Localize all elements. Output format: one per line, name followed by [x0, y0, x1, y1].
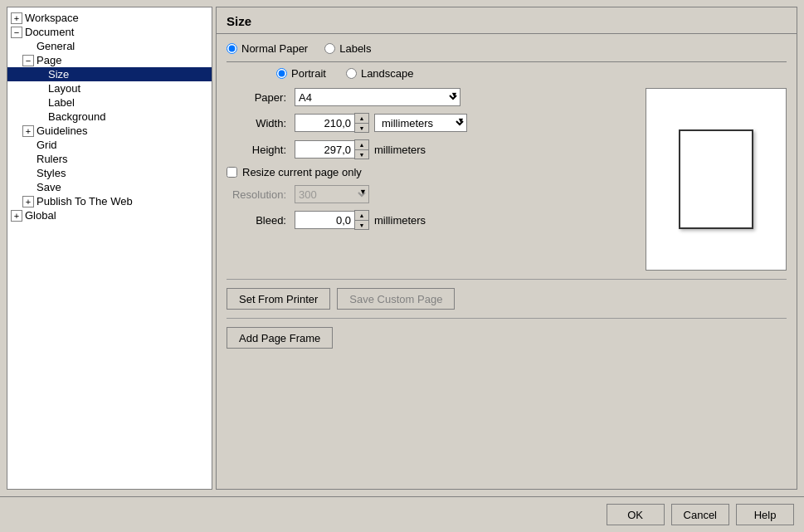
- height-spinner-group: ▲ ▼: [295, 139, 369, 159]
- tree-spacer-styles: [22, 168, 34, 179]
- tree-item-save[interactable]: Save: [7, 180, 212, 194]
- tree-expander-document[interactable]: −: [11, 27, 22, 38]
- main-form-area: Paper: A4 A3 A5 Letter Legal Custom: [227, 88, 787, 271]
- tree-expander-workspace[interactable]: +: [11, 12, 22, 24]
- bleed-unit-label: millimeters: [374, 214, 426, 227]
- height-label: Height:: [227, 144, 286, 156]
- tree-spacer-layout: [34, 83, 46, 95]
- tree-expander-page[interactable]: −: [22, 55, 34, 66]
- tree-expander-publish-to-web[interactable]: +: [22, 196, 34, 207]
- bleed-row: Bleed: ▲ ▼ millimeters: [227, 210, 636, 230]
- resolution-select-wrap: 300 72 96 150: [295, 185, 369, 203]
- tree-expander-global[interactable]: +: [11, 210, 22, 222]
- tree-item-layout[interactable]: Layout: [7, 81, 212, 95]
- add-page-frame-button[interactable]: Add Page Frame: [227, 327, 333, 349]
- resolution-label: Resolution:: [227, 188, 286, 201]
- ok-button[interactable]: OK: [607, 504, 665, 525]
- labels-label[interactable]: Labels: [324, 42, 371, 55]
- tree-label-background: Background: [48, 110, 105, 123]
- height-up-btn[interactable]: ▲: [355, 140, 368, 149]
- help-button[interactable]: Help: [736, 504, 794, 525]
- printer-buttons-row: Set From Printer Save Custom Page: [227, 288, 787, 310]
- width-unit-wrap[interactable]: millimeters inches centimeters pixels: [374, 114, 467, 132]
- resize-checkbox[interactable]: [227, 167, 237, 178]
- tree-label-general: General: [37, 40, 75, 52]
- landscape-radio[interactable]: [346, 68, 357, 79]
- width-up-btn[interactable]: ▲: [355, 114, 368, 123]
- divider3: [227, 318, 787, 319]
- tree-item-grid[interactable]: Grid: [7, 138, 212, 152]
- resolution-select: 300 72 96 150: [295, 185, 369, 203]
- width-down-btn[interactable]: ▼: [355, 123, 368, 132]
- tree-label-document: Document: [25, 26, 74, 38]
- content-panel: Size Normal Paper Labels: [216, 7, 797, 490]
- width-spinner-buttons: ▲ ▼: [354, 113, 369, 133]
- normal-paper-label[interactable]: Normal Paper: [227, 42, 308, 55]
- bleed-label: Bleed:: [227, 214, 286, 227]
- section-title: Size: [217, 7, 797, 34]
- width-input[interactable]: [295, 114, 354, 132]
- tree-spacer-grid: [22, 139, 34, 151]
- bleed-down-btn[interactable]: ▼: [355, 220, 368, 229]
- tree-expander-guidelines[interactable]: +: [22, 125, 34, 137]
- paper-select[interactable]: A4 A3 A5 Letter Legal Custom: [295, 88, 460, 106]
- tree-item-global[interactable]: +Global: [7, 208, 212, 222]
- normal-paper-radio[interactable]: [227, 43, 237, 54]
- height-down-btn[interactable]: ▼: [355, 149, 368, 159]
- page-preview-box: [646, 88, 787, 271]
- height-spinner-buttons: ▲ ▼: [354, 139, 369, 159]
- tree-label-label: Label: [48, 96, 75, 109]
- tree-spacer-label: [34, 97, 46, 109]
- labels-radio[interactable]: [324, 43, 335, 54]
- resize-checkbox-row: Resize current page only: [227, 166, 636, 178]
- tree-item-page[interactable]: −Page: [7, 53, 212, 67]
- tree-item-general[interactable]: General: [7, 39, 212, 53]
- bleed-input[interactable]: [295, 211, 354, 229]
- tree-panel: +Workspace−DocumentGeneral−PageSizeLayou…: [7, 7, 212, 490]
- tree-item-rulers[interactable]: Rulers: [7, 152, 212, 166]
- dialog: +Workspace−DocumentGeneral−PageSizeLayou…: [0, 0, 804, 532]
- cancel-button[interactable]: Cancel: [671, 504, 729, 525]
- tree-spacer-background: [34, 111, 46, 123]
- bleed-up-btn[interactable]: ▲: [355, 211, 368, 220]
- height-row: Height: ▲ ▼ millimeters: [227, 139, 636, 159]
- tree-item-workspace[interactable]: +Workspace: [7, 11, 212, 25]
- width-label: Width:: [227, 117, 286, 129]
- tree-spacer-size: [34, 69, 46, 81]
- width-unit-select[interactable]: millimeters inches centimeters pixels: [374, 114, 467, 132]
- tree-item-label[interactable]: Label: [7, 95, 212, 110]
- tree-spacer-rulers: [22, 154, 34, 165]
- tree-item-guidelines[interactable]: +Guidelines: [7, 124, 212, 138]
- tree-label-size: Size: [48, 68, 69, 81]
- tree-label-workspace: Workspace: [25, 12, 79, 24]
- bleed-spinner-group: ▲ ▼: [295, 210, 369, 230]
- add-page-frame-row: Add Page Frame: [227, 327, 787, 349]
- portrait-label[interactable]: Portrait: [276, 67, 326, 80]
- orientation-row: Portrait Landscape: [276, 67, 787, 80]
- tree-label-guidelines: Guidelines: [37, 124, 87, 137]
- tree-item-document[interactable]: −Document: [7, 25, 212, 39]
- portrait-radio[interactable]: [276, 68, 287, 79]
- tree-label-grid: Grid: [37, 139, 57, 151]
- tree-label-styles: Styles: [37, 167, 66, 179]
- tree-label-save: Save: [37, 181, 61, 193]
- form-fields: Paper: A4 A3 A5 Letter Legal Custom: [227, 88, 636, 237]
- height-unit-label: millimeters: [374, 144, 426, 156]
- tree-item-background[interactable]: Background: [7, 110, 212, 124]
- height-input[interactable]: [295, 140, 354, 159]
- paper-type-row: Normal Paper Labels: [227, 42, 787, 55]
- tree-spacer-save: [22, 182, 34, 193]
- resize-checkbox-label: Resize current page only: [242, 166, 362, 178]
- tree-item-size[interactable]: Size: [7, 67, 212, 81]
- set-from-printer-button[interactable]: Set From Printer: [227, 288, 330, 310]
- save-custom-page-button[interactable]: Save Custom Page: [337, 288, 455, 310]
- paper-select-wrap[interactable]: A4 A3 A5 Letter Legal Custom: [295, 88, 460, 106]
- preview-paper: [679, 129, 753, 229]
- tree-label-page: Page: [37, 54, 61, 66]
- tree-label-rulers: Rulers: [37, 153, 68, 165]
- tree-item-publish-to-web[interactable]: +Publish To The Web: [7, 194, 212, 208]
- tree-item-styles[interactable]: Styles: [7, 166, 212, 180]
- divider2: [227, 279, 787, 280]
- landscape-label[interactable]: Landscape: [346, 67, 414, 80]
- tree-spacer-general: [22, 41, 34, 52]
